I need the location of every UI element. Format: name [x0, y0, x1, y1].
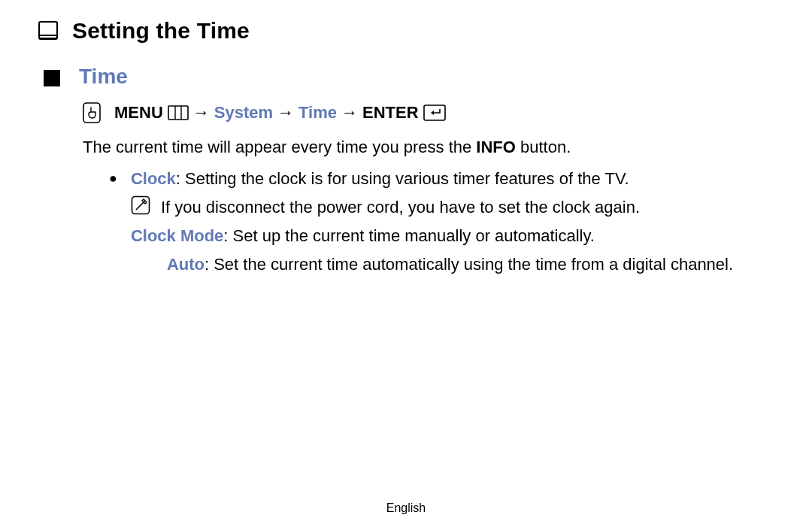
intro-post: button.: [516, 138, 571, 156]
intro-pre: The current time will appear every time …: [83, 138, 476, 156]
book-icon: [38, 20, 59, 41]
svg-rect-2: [83, 103, 100, 123]
section-title: Time: [79, 65, 128, 89]
arrow-icon: →: [341, 103, 358, 123]
auto-desc: : Set the current time automatically usi…: [205, 255, 733, 274]
manual-page: Setting the Time Time MENU → System → Ti…: [0, 0, 812, 530]
heading-text: Setting the Time: [72, 18, 250, 44]
svg-rect-3: [168, 106, 188, 120]
note-text: If you disconnect the power cord, you ha…: [161, 195, 640, 220]
clockmode-line: Clock Mode: Set up the current time manu…: [131, 224, 774, 248]
info-button-label: INFO: [476, 138, 516, 156]
page-footer: English: [0, 501, 812, 515]
auto-label: Auto: [167, 255, 205, 274]
path-system: System: [214, 103, 273, 123]
menu-label: MENU: [114, 103, 163, 123]
clock-line: Clock: Setting the clock is for using va…: [131, 167, 774, 191]
svg-rect-1: [39, 35, 57, 39]
enter-label: ENTER: [362, 103, 419, 123]
section-row: Time: [44, 65, 774, 89]
clock-bullet: ● Clock: Setting the clock is for using …: [109, 167, 774, 277]
menu-path: MENU → System → Time → ENTER: [83, 102, 774, 123]
clock-label: Clock: [131, 169, 176, 188]
clock-desc: : Setting the clock is for using various…: [176, 169, 629, 188]
bullet-content: Clock: Setting the clock is for using va…: [131, 167, 774, 277]
note-icon: [131, 195, 150, 215]
bullet-icon: ●: [109, 167, 117, 277]
hand-icon: [83, 102, 101, 123]
arrow-icon: →: [277, 103, 294, 123]
clockmode-label: Clock Mode: [131, 226, 223, 245]
heading-row: Setting the Time: [38, 18, 774, 44]
note-row: If you disconnect the power cord, you ha…: [131, 195, 774, 220]
clockmode-desc: : Set up the current time manually or au…: [223, 226, 595, 245]
menu-icon: [168, 105, 189, 120]
intro-text: The current time will appear every time …: [83, 135, 774, 159]
auto-block: Auto: Set the current time automatically…: [167, 253, 774, 277]
square-bullet-icon: [44, 70, 60, 86]
enter-icon: [423, 104, 446, 121]
path-time: Time: [298, 103, 337, 123]
arrow-icon: →: [193, 103, 210, 123]
